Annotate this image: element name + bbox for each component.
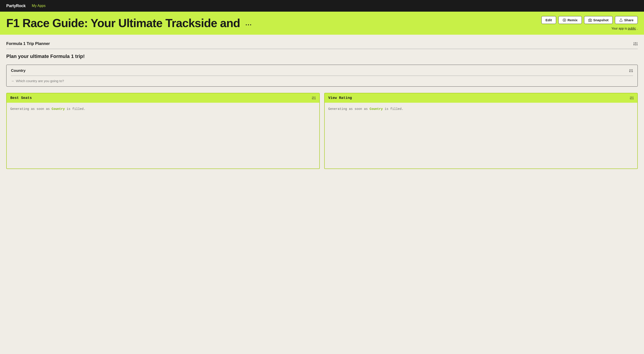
public-link[interactable]: public [628,27,636,30]
best-seats-header: Best Seats [7,93,319,103]
view-rating-panel: View Rating [324,93,638,169]
remix-label: Remix [568,18,578,22]
brand-logo: PartyRock [6,4,26,8]
country-placeholder-row[interactable]: → [11,79,633,83]
more-options-button[interactable]: ... [246,20,252,27]
best-seats-title: Best Seats [10,96,32,100]
country-widget: Country → [6,65,638,87]
header-right: Edit Remix Snapshot [541,16,638,30]
edit-button[interactable]: Edit [541,16,556,24]
remix-button[interactable]: Remix [558,16,582,24]
country-input[interactable] [16,79,633,83]
share-icon [619,18,623,22]
best-seats-settings-icon[interactable] [312,96,316,100]
page-subtitle: Plan your ultimate Formula 1 trip! [6,54,638,59]
navbar: PartyRock My Apps [0,0,644,12]
best-seats-generating-text: Generating as soon as Country is filled. [10,107,316,111]
section-title: Formula 1 Trip Planner [6,41,50,46]
best-seats-panel: Best Seats [6,93,320,169]
section-settings-icon[interactable] [633,42,638,46]
svg-point-1 [564,20,565,21]
snapshot-label: Snapshot [593,18,608,22]
view-rating-header: View Rating [325,93,637,103]
arrow-icon: → [11,79,14,83]
header-left: F1 Race Guide: Your Ultimate Trackside a… [6,17,541,30]
snapshot-button[interactable]: Snapshot [584,16,613,24]
view-rating-settings-icon[interactable] [630,96,634,100]
country-widget-header: Country [11,69,633,73]
panels-row: Best Seats [6,93,638,169]
best-seats-body: Generating as soon as Country is filled. [7,103,319,168]
country-settings-icon[interactable] [629,69,633,73]
my-apps-link[interactable]: My Apps [32,4,46,8]
country-divider [11,76,633,76]
header-buttons: Edit Remix Snapshot [541,16,638,24]
view-rating-title: View Rating [328,96,352,100]
share-label: Share [624,18,634,22]
svg-point-0 [563,19,566,22]
view-rating-generating-text: Generating as soon as Country is filled. [328,107,634,111]
edit-label: Edit [546,18,552,22]
public-status: Your app is public . [611,27,638,30]
svg-point-2 [590,20,590,21]
section-header: Formula 1 Trip Planner [6,41,638,49]
main-content: Formula 1 Trip Planner Plan your ultimat… [0,35,644,176]
app-title: F1 Race Guide: Your Ultimate Trackside a… [6,17,240,30]
remix-icon [562,18,566,22]
snapshot-icon [588,18,592,22]
view-rating-body: Generating as soon as Country is filled. [325,103,637,168]
country-label: Country [11,69,26,73]
share-button[interactable]: Share [615,16,638,24]
header-banner: F1 Race Guide: Your Ultimate Trackside a… [0,12,644,35]
